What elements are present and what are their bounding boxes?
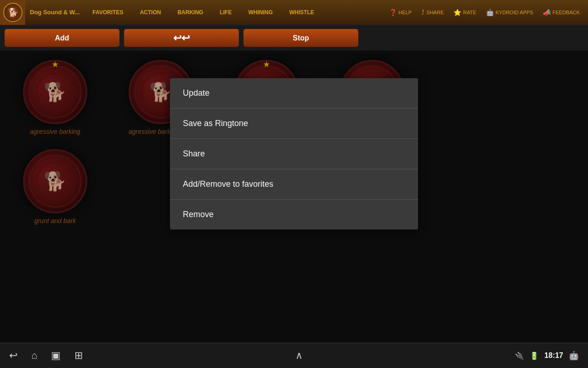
app-title: Dog Sound & W... <box>25 9 84 16</box>
usb-icon: 🔌 <box>515 351 524 360</box>
loop-button[interactable]: ↩↩ <box>124 29 239 47</box>
right-navigation: ❓ HELP ⤴ SHARE ⭐ RATE 🤖 KYDROID APPS 📣 F… <box>385 7 588 18</box>
share-icon: ⤴ <box>421 9 424 16</box>
robot-icon: 🤖 <box>486 9 494 16</box>
app-logo-circle: 🐕 <box>3 3 23 22</box>
toolbar: Add ↩↩ Stop <box>0 25 588 51</box>
top-navigation-bar: 🐕 Dog Sound & W... FAVORITES ACTION BARK… <box>0 0 588 25</box>
chevron-up-icon[interactable]: ∧ <box>295 350 303 362</box>
context-menu-overlay[interactable]: Update Save as Ringtone Share Add/Remove… <box>0 51 588 343</box>
context-update[interactable]: Update <box>170 78 418 109</box>
add-button[interactable]: Add <box>5 29 119 47</box>
app-logo: 🐕 <box>0 0 25 25</box>
bottom-nav-center: ∧ <box>295 350 303 362</box>
main-content: ★ 🐕 agressive barking 🐕 agressive barkin… <box>0 51 588 343</box>
back-icon[interactable]: ↩ <box>9 350 17 362</box>
recent-apps-icon[interactable]: ▣ <box>51 350 61 362</box>
star-icon: ⭐ <box>453 9 461 16</box>
nav-item-barking[interactable]: BARKING <box>169 0 211 25</box>
loop-icon: ↩↩ <box>173 32 190 44</box>
context-remove[interactable]: Remove <box>170 200 418 230</box>
bottom-status-area: 🔌 🔋 18:17 🤖 <box>515 351 579 361</box>
dog-logo-icon: 🐕 <box>8 7 18 17</box>
clock-display: 18:17 <box>544 351 563 360</box>
nav-item-action[interactable]: ACTION <box>131 0 169 25</box>
kydroid-button[interactable]: 🤖 KYDROID APPS <box>482 7 537 18</box>
context-menu: Update Save as Ringtone Share Add/Remove… <box>170 78 418 230</box>
kydroid-label: KYDROID APPS <box>496 10 533 15</box>
stop-button[interactable]: Stop <box>243 29 358 47</box>
screenshot-icon[interactable]: ⊞ <box>74 350 83 362</box>
context-save-ringtone[interactable]: Save as Ringtone <box>170 109 418 139</box>
rate-label: RATE <box>463 10 476 15</box>
nav-item-whistle[interactable]: WHISTLE <box>281 0 322 25</box>
main-navigation: FAVORITES ACTION BARKING LIFE WHINING WH… <box>84 0 385 25</box>
context-add-remove-favorites[interactable]: Add/Remove to favorites <box>170 169 418 200</box>
rate-button[interactable]: ⭐ RATE <box>450 7 480 18</box>
home-icon[interactable]: ⌂ <box>31 350 37 362</box>
battery-icon: 🔋 <box>530 351 539 360</box>
nav-item-whining[interactable]: WHINING <box>240 0 281 25</box>
feedback-button[interactable]: 📣 FEEDBACK <box>539 7 583 18</box>
help-icon: ❓ <box>389 9 397 16</box>
share-label: SHARE <box>426 10 444 15</box>
nav-item-favorites[interactable]: FAVORITES <box>84 0 131 25</box>
context-share[interactable]: Share <box>170 139 418 169</box>
bottom-nav-left: ↩ ⌂ ▣ ⊞ <box>9 350 83 362</box>
share-button[interactable]: ⤴ SHARE <box>418 7 447 18</box>
nav-item-life[interactable]: LIFE <box>211 0 240 25</box>
help-label: HELP <box>399 10 412 15</box>
bottom-navigation-bar: ↩ ⌂ ▣ ⊞ ∧ 🔌 🔋 18:17 🤖 <box>0 343 588 368</box>
feedback-icon: 📣 <box>543 9 551 16</box>
android-icon: 🤖 <box>569 351 579 361</box>
help-button[interactable]: ❓ HELP <box>385 7 416 18</box>
feedback-label: FEEDBACK <box>553 10 580 15</box>
